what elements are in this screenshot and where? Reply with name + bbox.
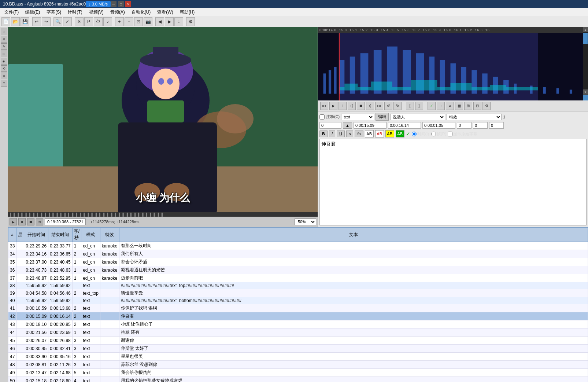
table-row[interactable]: 450:00:26.070:00:26.983text谢谢你 — [8, 337, 588, 345]
toolbar-settings[interactable]: ⚙ — [186, 17, 195, 26]
color-ab2[interactable]: AB — [375, 130, 384, 137]
color-ab1[interactable]: AB — [365, 130, 374, 137]
minimize-button[interactable]: ─ — [111, 1, 117, 7]
tc-prev-frame[interactable]: ⟨⟨ — [348, 102, 356, 110]
table-row[interactable]: 381:59:59.921:59:59.92text##############… — [8, 282, 588, 289]
fn-button[interactable]: fn — [355, 131, 363, 137]
menu-timing[interactable]: 计时(T) — [65, 8, 85, 16]
comment-checkbox[interactable] — [319, 114, 325, 120]
tc-loop-sel[interactable]: ↺ — [384, 102, 392, 110]
toolbar-find[interactable]: 🔍 — [53, 17, 62, 26]
video-frame[interactable]: 小缠 为什么 — [8, 27, 318, 212]
effect-select-2[interactable]: 特效 — [447, 114, 502, 120]
bold-button[interactable]: B — [319, 131, 328, 137]
strikethrough-button[interactable]: s — [346, 131, 354, 137]
toolbar-redo[interactable]: ↪ — [42, 17, 51, 26]
time-end-input[interactable] — [388, 122, 421, 129]
play-button[interactable]: ▶ — [10, 218, 17, 225]
table-row[interactable]: 460:00:30.450:00:32.413text伸斯堂 太好了 — [8, 345, 588, 353]
subtitle-text-area[interactable]: 伸吾君 — [319, 139, 587, 225]
tc-next-frame[interactable]: ⟩⟩ — [366, 102, 374, 110]
toolbar-style-manager[interactable]: S — [75, 17, 84, 26]
toolbar-new[interactable]: 📄 — [1, 17, 10, 26]
menu-help[interactable]: 帮助(H) — [177, 8, 198, 16]
tc-accept-green[interactable]: ✓ — [428, 102, 436, 110]
tc-spectrum[interactable]: ▦ — [455, 102, 463, 110]
tc-set-start[interactable]: [ — [406, 102, 414, 110]
style-edit-button[interactable]: 编辑 — [376, 113, 389, 121]
tc-settings-2[interactable]: ⊟ — [473, 102, 481, 110]
table-row[interactable]: 480:02:08.810:02:11.263text苏菲尔丝 没想到你 — [8, 361, 588, 369]
toolbar-video-screenshot[interactable]: 📷 — [144, 17, 152, 26]
tc-set-end[interactable]: ] — [415, 102, 423, 110]
table-row[interactable]: 470:00:33.900:00:35.163text星星也很美 — [8, 353, 588, 361]
toolbar-video-aspect[interactable]: ⊡ — [134, 17, 143, 26]
menu-edit[interactable]: 编辑(E) — [22, 8, 43, 16]
table-row[interactable]: 500:02:15.180:02:18.604text用我的火焰把那些女孩烧成灰… — [8, 377, 588, 382]
toolbar-karaoke[interactable]: ♪ — [103, 17, 112, 26]
toolbar-spell[interactable]: ✓ — [63, 17, 72, 26]
sidebar-tool-3[interactable]: ✎ — [1, 43, 7, 50]
effect-select[interactable]: text karaoke — [341, 114, 374, 120]
scroll-up[interactable]: ▲ — [583, 27, 588, 32]
toolbar-open[interactable]: 📂 — [11, 17, 20, 26]
menu-audio[interactable]: 音频(A) — [107, 8, 128, 16]
toolbar-jump[interactable]: ↕ — [174, 17, 183, 26]
toolbar-video-zoom-out[interactable]: − — [125, 17, 133, 26]
tc-rewind[interactable]: ⏮ — [320, 102, 328, 110]
tc-grid[interactable]: ⊞ — [464, 102, 472, 110]
margin-v-input[interactable] — [489, 122, 504, 129]
margin-r-input[interactable] — [473, 122, 488, 129]
menu-view[interactable]: 查看(W) — [154, 8, 176, 16]
margin-l-input[interactable] — [457, 122, 471, 129]
waveform-container[interactable]: 0:00:14.8 15.0 15.1 15.2 15.3 15.4 15.5 … — [318, 27, 588, 100]
table-row[interactable]: 401:59:59.921:59:59.92text##############… — [8, 297, 588, 304]
toolbar-video-zoom-in[interactable]: + — [115, 17, 124, 26]
table-row[interactable]: 350:23:37.000:23:40.451ed_cnkaraoke都会心怀矛… — [8, 258, 588, 266]
menu-automation[interactable]: 自动化(U) — [129, 8, 154, 16]
loop-button[interactable]: ↻ — [36, 218, 43, 225]
sidebar-tool-1[interactable]: ↔ — [1, 29, 7, 35]
tc-loop-all[interactable]: ↻ — [393, 102, 402, 110]
table-row[interactable]: 330:23:29.260:23:33.771ed_cnkaraoke有那么一段… — [8, 242, 588, 250]
table-row[interactable]: 390:04:54.580:04:56.462text_top请慢慢享受 — [8, 289, 588, 297]
tc-waveform-mode[interactable]: ≋ — [446, 102, 454, 110]
waveform-scrollbar[interactable]: ▲ ▼ — [583, 27, 588, 100]
zoom-select[interactable]: 50% 100% 150% — [295, 218, 316, 225]
tc-stop[interactable]: ⏹ — [357, 102, 365, 110]
tc-play[interactable]: ▶ — [329, 102, 337, 110]
sidebar-tool-2[interactable]: ⊕ — [1, 36, 7, 43]
toolbar-undo[interactable]: ↩ — [32, 17, 41, 26]
toolbar-properties[interactable]: P — [84, 17, 93, 26]
scroll-extra[interactable] — [583, 95, 588, 100]
menu-subtitle[interactable]: 字幕(S) — [44, 8, 64, 16]
toolbar-next-sub[interactable]: ▶ — [165, 17, 174, 26]
menu-file[interactable]: 文件(F) — [1, 8, 22, 16]
maximize-button[interactable]: □ — [118, 1, 124, 7]
color-ab4[interactable]: AB — [396, 130, 404, 137]
margin-spin-up[interactable]: ▲ — [343, 122, 352, 129]
check-mark[interactable]: ✓ — [406, 131, 410, 137]
actor-select[interactable]: 说话人 — [390, 114, 445, 120]
sidebar-tool-8[interactable]: ? — [1, 80, 7, 87]
tc-pause[interactable]: ⏸ — [339, 102, 347, 110]
toolbar-prev-sub[interactable]: ◀ — [155, 17, 164, 26]
table-row[interactable]: 430:00:18.100:00:20.852text小缠 让你担心了 — [8, 320, 588, 328]
sidebar-tool-7[interactable]: ⊗ — [1, 73, 7, 79]
tc-fast-forward[interactable]: ⏭ — [375, 102, 383, 110]
pause-button[interactable]: ⏸ — [18, 218, 26, 225]
table-row[interactable]: 370:23:48.870:23:52.951ed_cnkaraoke迈步向前吧 — [8, 274, 588, 282]
timeline-ruler[interactable]: ▐ ▌▐ ▌▐ ▌▐ ▌▐ ▌▐ ▌▐ ▌▐ ▌▐ ▌▐ ▌▐ ▌▐ ▌▐ ▌▐… — [8, 212, 318, 217]
sidebar-tool-5[interactable]: ◈ — [1, 58, 7, 65]
table-row[interactable]: 340:23:34.160:23:36.652ed_cnkaraoke我们所有人 — [8, 250, 588, 258]
original-checkbox[interactable] — [448, 132, 452, 136]
sidebar-tool-6[interactable]: ⟲ — [1, 65, 7, 72]
scroll-thumb[interactable] — [583, 33, 588, 44]
toolbar-save[interactable]: 💾 — [21, 17, 29, 26]
close-button[interactable]: ✕ — [125, 1, 131, 7]
table-row[interactable]: 410:00:10.590:00:13.682text你保护了我吗 诶纠 — [8, 304, 588, 312]
table-row[interactable]: 490:02:13.470:02:14.685text我会给你报仇的 — [8, 369, 588, 377]
tc-next-sub[interactable]: → — [437, 102, 445, 110]
duration-input[interactable] — [422, 122, 455, 129]
underline-button[interactable]: U — [337, 131, 345, 137]
